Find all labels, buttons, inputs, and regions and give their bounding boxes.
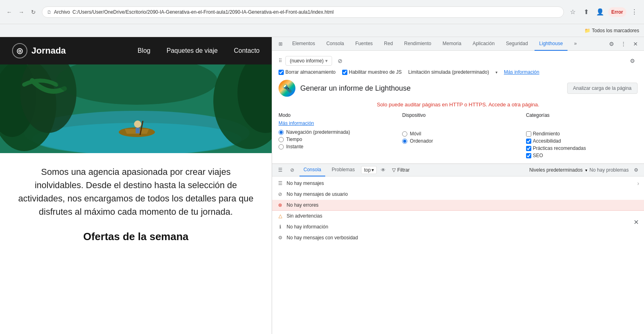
forward-button[interactable]: → — [16, 7, 27, 17]
msg-sin-advertencias-text: Sin advertencias — [287, 213, 322, 219]
console-clear-button[interactable]: ⊘ — [287, 165, 297, 175]
devtools-settings-button[interactable]: ⚙ — [606, 39, 617, 49]
refresh-button[interactable]: ↻ — [28, 7, 39, 17]
new-report-button[interactable]: (nuevo informe) ▾ — [285, 56, 332, 66]
modo-group: Modo Más información Navegación (predete… — [279, 112, 390, 158]
eye-button[interactable]: 👁 — [378, 165, 388, 175]
top-selector[interactable]: top ▾ — [361, 166, 377, 174]
lighthouse-settings-button[interactable]: ⚙ — [627, 56, 638, 66]
address-bar[interactable]: 🗋 Archivo C:/Users/User/OneDrive/Escrito… — [42, 6, 564, 18]
console-msg-sin-advertencias[interactable]: △ Sin advertencias — [272, 211, 644, 222]
console-sidebar-button[interactable]: ☰ — [275, 165, 285, 175]
devtools-close-button[interactable]: ✕ — [630, 39, 641, 49]
no-problems-label: No hay problemas — [590, 167, 629, 173]
categorias-title: Categorías — [526, 112, 638, 118]
console-msg-no-info[interactable]: ℹ No hay información — [272, 222, 644, 232]
back-button[interactable]: ← — [4, 7, 14, 17]
dispositivo-movil-radio[interactable]: Móvil — [402, 131, 514, 137]
bookmarks-bar: 📁 Todos los marcadores — [0, 24, 644, 37]
lighthouse-checkboxes: Borrar almacenamiento Habilitar muestreo… — [279, 69, 638, 75]
console-toolbar: ☰ ⊘ Consola Problemas top ▾ 👁 ▽ Filtrar … — [272, 164, 644, 176]
share-button[interactable]: ⬆ — [581, 6, 592, 18]
msg-no-usuario-text: No hay mensajes de usuario — [287, 191, 348, 197]
clear-report-button[interactable]: ⊘ — [335, 56, 345, 66]
mas-info-link[interactable]: Más información — [504, 69, 539, 75]
lighthouse-top-bar: ⠿ (nuevo informe) ▾ ⊘ ⚙ — [279, 56, 638, 66]
nav-links: Blog Paquetes de viaje Contacto — [138, 47, 260, 54]
console-section: ☰ ⊘ Consola Problemas top ▾ 👁 ▽ Filtrar … — [272, 164, 644, 334]
devtools-panel: ⊞ Elementos Consola Fuentes Red Rendimie… — [272, 37, 644, 334]
hero-svg — [0, 64, 272, 153]
msg-no-errores-text: No hay errores — [287, 202, 318, 208]
offers-title: Ofertas de la semana — [16, 230, 256, 243]
console-msg-no-verbosidad[interactable]: ⚙ No hay mensajes con verbosidad — [272, 232, 644, 243]
dispositivo-movil-label: Móvil — [410, 131, 421, 137]
devtools-toggle-button[interactable]: ⊞ — [275, 39, 286, 49]
info-icon: ℹ — [277, 224, 283, 230]
nav-packages[interactable]: Paquetes de viaje — [167, 47, 218, 54]
tab-aplicacion[interactable]: Aplicación — [468, 37, 500, 51]
console-settings-button[interactable]: ⚙ — [631, 165, 641, 175]
checkbox-borrar-almacenamiento[interactable]: Borrar almacenamiento — [279, 69, 336, 75]
verbose-icon: ⚙ — [277, 234, 283, 241]
devtools-more-button[interactable]: ⋮ — [618, 39, 629, 49]
svg-rect-10 — [136, 128, 140, 133]
borrar-almacenamiento-checkbox[interactable] — [279, 70, 284, 75]
filter-button[interactable]: ▽ Filtrar — [390, 166, 412, 174]
console-action-group: top ▾ 👁 ▽ Filtrar — [361, 165, 412, 175]
lighthouse-options: Modo Más información Navegación (predete… — [279, 112, 638, 158]
modo-instante-radio[interactable]: Instante — [279, 144, 390, 149]
tab-red[interactable]: Red — [379, 37, 398, 51]
star-button[interactable]: ☆ — [567, 6, 578, 18]
error-icon: ⊗ — [277, 202, 283, 208]
nav-blog[interactable]: Blog — [138, 47, 151, 54]
analyze-button[interactable]: Analizar carga de la página — [567, 83, 638, 94]
tab-lighthouse[interactable]: Lighthouse — [535, 37, 568, 51]
lighthouse-logo-icon: 🔦 — [282, 83, 292, 93]
categorias-group: Categorías Rendimiento Accesibilidad Prá… — [526, 112, 638, 158]
dispositivo-ordenador-label: Ordenador — [410, 138, 433, 144]
console-close-button[interactable]: ✕ — [631, 217, 641, 227]
msg-arrow-icon: › — [637, 180, 639, 187]
console-msg-no-errores[interactable]: ⊗ No hay errores — [272, 200, 644, 211]
tab-consola-bottom[interactable]: Consola — [299, 164, 325, 176]
filter-icon: ▽ — [392, 167, 396, 173]
console-msg-no-usuario[interactable]: ⊘ No hay mensajes de usuario — [272, 189, 644, 200]
tab-seguridad[interactable]: Seguridad — [501, 37, 533, 51]
tab-elementos[interactable]: Elementos — [287, 37, 320, 51]
devtools-actions: ⚙ ⋮ ✕ — [606, 39, 641, 49]
habilitar-muestreo-checkbox[interactable] — [342, 70, 347, 75]
browser-chrome: ← → ↻ 🗋 Archivo C:/Users/User/OneDrive/E… — [0, 0, 644, 24]
modo-info-link[interactable]: Más información — [279, 120, 390, 126]
modo-navegacion-radio[interactable]: Navegación (predeterminada) — [279, 129, 390, 135]
nav-contact[interactable]: Contacto — [234, 47, 260, 54]
archive-icon: 🗋 — [47, 10, 52, 15]
cat-seo[interactable]: SEO — [526, 153, 638, 158]
tab-memoria[interactable]: Memoria — [438, 37, 466, 51]
tab-fuentes[interactable]: Fuentes — [351, 37, 378, 51]
cat-accesibilidad[interactable]: Accesibilidad — [526, 138, 638, 144]
modo-tiempo-radio[interactable]: Tiempo — [279, 137, 390, 142]
devtools-toolbar: ⊞ Elementos Consola Fuentes Red Rendimie… — [272, 37, 644, 51]
profile-button[interactable]: 👤 — [594, 6, 606, 18]
address-url: C:/Users/User/OneDrive/Escritorio/2090-I… — [72, 9, 334, 15]
more-button[interactable]: ⋮ — [629, 6, 640, 18]
cat-practicas[interactable]: Prácticas recomendadas — [526, 145, 638, 151]
tab-more[interactable]: » — [569, 37, 582, 51]
bookmarks-label: Todos los marcadores — [592, 28, 639, 33]
cat-rendimiento[interactable]: Rendimiento — [526, 131, 638, 137]
console-messages: ☰ No hay mensajes › ⊘ No hay mensajes de… — [272, 176, 644, 334]
checkbox-habilitar-muestreo[interactable]: Habilitar muestreo de JS — [342, 69, 402, 75]
folder-icon: 📁 — [584, 28, 590, 33]
niveles-dropdown-icon: ▾ — [585, 168, 587, 172]
browser-actions: ☆ ⬆ 👤 Error ⋮ — [567, 6, 640, 18]
tab-rendimiento[interactable]: Rendimiento — [399, 37, 436, 51]
tab-consola[interactable]: Consola — [322, 37, 349, 51]
tab-problemas-bottom[interactable]: Problemas — [328, 164, 359, 176]
website-body: Somos una agencia apasionada por crear v… — [0, 153, 272, 255]
top-label: top — [364, 167, 371, 173]
niveles-button[interactable]: Niveles predeterminados — [529, 167, 583, 173]
dispositivo-ordenador-radio[interactable]: Ordenador — [402, 138, 514, 144]
console-msg-no-mensajes[interactable]: ☰ No hay mensajes › — [272, 178, 644, 189]
lighthouse-logo: 🔦 — [279, 80, 295, 97]
